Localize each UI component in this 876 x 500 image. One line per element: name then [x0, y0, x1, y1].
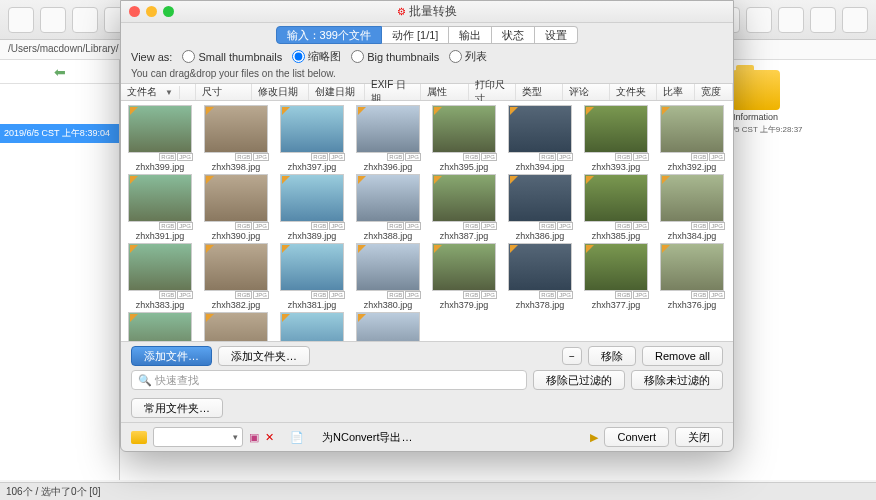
thumbnail-item[interactable]: RGBJPGzhxh377.jpg	[581, 243, 651, 310]
remove-all-button[interactable]: Remove all	[642, 346, 723, 366]
bookmark-icon[interactable]: ▣	[249, 431, 259, 444]
thumbnail-item[interactable]: RGBJPGzhxh374.jpg	[201, 312, 271, 341]
column-header[interactable]: 文件名▼尺寸修改日期创建日期EXIF 日期属性打印尺寸类型评论文件夹比率宽度	[121, 83, 733, 101]
mark-icon	[282, 176, 290, 184]
thumbnail-grid[interactable]: RGBJPGzhxh399.jpgRGBJPGzhxh398.jpgRGBJPG…	[121, 101, 733, 341]
common-folders-button[interactable]: 常用文件夹…	[131, 398, 223, 418]
column-header-cell[interactable]: 文件夹	[610, 84, 657, 100]
mark-icon	[358, 107, 366, 115]
thumbnail-item[interactable]: RGBJPGzhxh378.jpg	[505, 243, 575, 310]
view-big-radio[interactable]: Big thumbnails	[351, 50, 439, 63]
zoom-icon[interactable]	[163, 6, 174, 17]
gear-icon[interactable]	[842, 7, 868, 33]
column-header-cell[interactable]: 属性	[421, 84, 468, 100]
thumbnail-name: zhxh396.jpg	[353, 162, 423, 172]
tab[interactable]: 设置	[535, 26, 578, 44]
add-file-button[interactable]: 添加文件…	[131, 346, 212, 366]
bg-sidebar: ⬅ 2019/6/5 CST 上午8:39:04	[0, 60, 120, 480]
thumbnail-item[interactable]: RGBJPGzhxh375.jpg	[125, 312, 195, 341]
tab[interactable]: 状态	[492, 26, 535, 44]
view-small-radio[interactable]: Small thumbnails	[182, 50, 282, 63]
selected-date[interactable]: 2019/6/5 CST 上午8:39:04	[0, 124, 119, 143]
toolbar-button[interactable]	[40, 7, 66, 33]
thumbnail-item[interactable]: RGBJPGzhxh392.jpg	[657, 105, 727, 172]
folder-icon[interactable]	[131, 431, 147, 444]
layout-button[interactable]	[778, 7, 804, 33]
tab[interactable]: 动作 [1/1]	[382, 26, 449, 44]
add-folder-button[interactable]: 添加文件夹…	[218, 346, 310, 366]
column-header-cell[interactable]: 评论	[563, 84, 610, 100]
close-button[interactable]: 关闭	[675, 427, 723, 447]
thumbnail-item[interactable]: RGBJPGzhxh397.jpg	[277, 105, 347, 172]
close-icon[interactable]	[129, 6, 140, 17]
column-header-cell[interactable]: 类型	[516, 84, 563, 100]
thumbnail-item[interactable]: RGBJPGzhxh390.jpg	[201, 174, 271, 241]
thumbnail-item[interactable]: RGBJPGzhxh382.jpg	[201, 243, 271, 310]
thumbnail-item[interactable]: RGBJPGzhxh394.jpg	[505, 105, 575, 172]
column-header-cell[interactable]: 打印尺寸	[469, 84, 516, 100]
mark-icon	[510, 245, 518, 253]
thumbnail-item[interactable]: RGBJPGzhxh379.jpg	[429, 243, 499, 310]
thumbnail-item[interactable]: RGBJPGzhxh386.jpg	[505, 174, 575, 241]
column-header-cell[interactable]: EXIF 日期	[365, 84, 421, 100]
thumbnail-item[interactable]: RGBJPGzhxh383.jpg	[125, 243, 195, 310]
remove-minus-button[interactable]: −	[562, 347, 582, 365]
view-list-radio[interactable]: 列表	[449, 49, 487, 64]
thumbnail-image	[204, 312, 268, 341]
remove-filtered-button[interactable]: 移除已过滤的	[533, 370, 625, 390]
mark-icon	[206, 176, 214, 184]
layout-button[interactable]	[810, 7, 836, 33]
column-header-cell[interactable]: 创建日期	[309, 84, 365, 100]
mark-icon	[130, 245, 138, 253]
thumbnail-item[interactable]: RGBJPGzhxh385.jpg	[581, 174, 651, 241]
thumbnail-name: zhxh385.jpg	[581, 231, 651, 241]
thumbnail-image	[128, 312, 192, 341]
mark-icon	[586, 107, 594, 115]
thumbnail-image	[128, 105, 192, 153]
column-header-cell[interactable]: 文件名▼	[121, 84, 196, 100]
search-input[interactable]: 🔍 快速查找	[131, 370, 527, 390]
remove-not-filtered-button[interactable]: 移除未过滤的	[631, 370, 723, 390]
thumbnail-item[interactable]: RGBJPGzhxh395.jpg	[429, 105, 499, 172]
folder-select[interactable]	[153, 427, 243, 447]
thumbnail-name: zhxh393.jpg	[581, 162, 651, 172]
thumbnail-image	[356, 174, 420, 222]
search-row: 🔍 快速查找 移除已过滤的 移除未过滤的	[121, 370, 733, 394]
remove-button[interactable]: 移除	[588, 346, 636, 366]
thumbnail-image	[432, 105, 496, 153]
thumbnail-image	[432, 243, 496, 291]
minimize-icon[interactable]	[146, 6, 157, 17]
thumbnail-item[interactable]: RGBJPGzhxh391.jpg	[125, 174, 195, 241]
mark-icon	[130, 176, 138, 184]
thumbnail-item[interactable]: RGBJPGzhxh387.jpg	[429, 174, 499, 241]
view-mid-radio[interactable]: 缩略图	[292, 49, 341, 64]
sort-indicator-icon: ▼	[159, 86, 180, 99]
thumbnail-item[interactable]: RGBJPGzhxh396.jpg	[353, 105, 423, 172]
column-header-cell[interactable]: 尺寸	[196, 84, 252, 100]
thumbnail-item[interactable]: RGBJPGzhxh381.jpg	[277, 243, 347, 310]
column-header-cell[interactable]: 宽度	[695, 84, 733, 100]
delete-icon[interactable]: ✕	[265, 431, 274, 444]
thumbnail-item[interactable]: RGBJPGzhxh398.jpg	[201, 105, 271, 172]
tab[interactable]: 输入：399个文件	[276, 26, 382, 44]
thumbnail-item[interactable]: RGBJPGzhxh384.jpg	[657, 174, 727, 241]
toolbar-button[interactable]	[72, 7, 98, 33]
layout-button[interactable]	[746, 7, 772, 33]
mark-icon	[206, 245, 214, 253]
thumbnail-item[interactable]: RGBJPGzhxh373.jpg	[277, 312, 347, 341]
column-header-cell[interactable]: 修改日期	[252, 84, 308, 100]
thumbnail-image	[356, 312, 420, 341]
toolbar-button[interactable]	[8, 7, 34, 33]
column-header-cell[interactable]: 比率	[657, 84, 695, 100]
nav-back[interactable]: ⬅	[0, 60, 119, 84]
thumbnail-item[interactable]: RGBJPGzhxh393.jpg	[581, 105, 651, 172]
convert-button[interactable]: Convert	[604, 427, 669, 447]
thumbnail-item[interactable]: RGBJPGzhxh399.jpg	[125, 105, 195, 172]
thumbnail-item[interactable]: RGBJPGzhxh389.jpg	[277, 174, 347, 241]
tab[interactable]: 输出	[449, 26, 492, 44]
thumbnail-item[interactable]: RGBJPGzhxh372.jpg	[353, 312, 423, 341]
thumbnail-item[interactable]: RGBJPGzhxh380.jpg	[353, 243, 423, 310]
thumbnail-item[interactable]: RGBJPGzhxh388.jpg	[353, 174, 423, 241]
export-button[interactable]: 为NConvert导出…	[310, 427, 424, 447]
thumbnail-item[interactable]: RGBJPGzhxh376.jpg	[657, 243, 727, 310]
